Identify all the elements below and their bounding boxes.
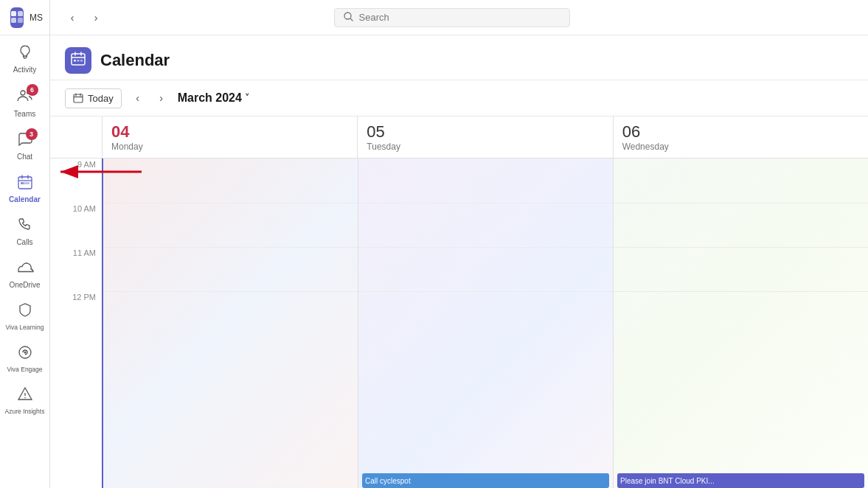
svg-rect-7 (21, 182, 24, 184)
viva-engage-label: Viva Engage (7, 366, 42, 373)
next-month-button[interactable]: › (151, 88, 172, 108)
sidebar-item-azure-insights[interactable]: Azure Insights (0, 380, 49, 421)
event-bnt-cloud[interactable]: Please join BNT Cloud PKI... (617, 473, 864, 488)
azure-insights-label: Azure Insights (5, 408, 45, 415)
topbar-nav: ‹ › (62, 7, 106, 28)
day-header-tuesday: 05 Tuesday (357, 116, 612, 158)
teams-icon: 6 (16, 87, 34, 108)
calendar-toolbar: Today ‹ › March 2024 ˅ (50, 80, 868, 116)
teams-badge: 6 (27, 84, 38, 96)
svg-rect-17 (72, 54, 85, 65)
month-label-text: March 2024 (178, 91, 242, 105)
day-num-06: 06 (622, 122, 859, 142)
calendar-header: Calendar (50, 35, 868, 80)
sidebar-item-chat[interactable]: 3 Chat (0, 125, 49, 167)
svg-rect-21 (74, 94, 83, 102)
svg-rect-19 (77, 60, 80, 62)
month-dropdown-chevron: ˅ (245, 93, 249, 103)
sidebar-item-calendar[interactable]: Calendar (0, 168, 49, 209)
time-slot-10am: 10 AM (50, 203, 102, 247)
day-name-monday: Monday (111, 142, 348, 152)
sidebar-item-calls[interactable]: Calls (0, 211, 49, 252)
day-headers: 04 Monday 05 Tuesday 06 Wednesday (50, 116, 868, 158)
sidebar: MS Activity 6 Te (0, 0, 50, 488)
activity-label: Activity (13, 66, 37, 74)
svg-rect-2 (11, 18, 16, 23)
sidebar-item-activity[interactable]: Activity (0, 38, 49, 80)
calendar-header-icon (71, 52, 86, 70)
day-name-tuesday: Tuesday (367, 142, 603, 152)
wednesday-bg-events (614, 158, 868, 488)
org-label: MS (29, 13, 43, 23)
back-button[interactable]: ‹ (62, 7, 83, 28)
time-slot-11am: 11 AM (50, 247, 102, 291)
time-slot-9am: 9 AM (50, 158, 102, 203)
hour-line-12-tue (358, 291, 613, 292)
day-col-monday[interactable] (102, 158, 358, 488)
topbar: ‹ › (50, 0, 868, 35)
teams-label: Teams (14, 110, 35, 118)
svg-point-4 (21, 91, 25, 95)
svg-point-14 (24, 397, 26, 399)
sidebar-header: MS (0, 0, 49, 35)
today-label: Today (88, 93, 114, 104)
calendar-nav-icon (17, 174, 33, 194)
azure-insights-icon (17, 386, 33, 406)
today-button[interactable]: Today (65, 88, 122, 108)
sidebar-item-viva-engage[interactable]: Viva Engage (0, 338, 49, 379)
hour-line-11 (103, 247, 358, 248)
viva-learning-label: Viva Learning (6, 324, 44, 331)
day-num-05: 05 (367, 122, 603, 142)
day-header-monday: 04 Monday (102, 116, 357, 158)
search-icon (344, 12, 353, 24)
svg-line-16 (350, 18, 353, 21)
viva-engage-icon (17, 344, 33, 364)
hour-line-10-wed (614, 203, 868, 203)
day-columns: Call cyclespot Please join BNT Cloud PKI… (102, 158, 868, 488)
day-col-tuesday[interactable]: Call cyclespot (358, 158, 613, 488)
day-col-wednesday[interactable]: Please join BNT Cloud PKI... (613, 158, 868, 488)
ms-logo (10, 7, 24, 28)
chat-label: Chat (17, 153, 32, 161)
hour-line-10-tue (358, 203, 613, 203)
svg-rect-8 (24, 182, 27, 184)
monday-bg-events (103, 158, 358, 488)
sidebar-item-viva-learning[interactable]: Viva Learning (0, 296, 49, 337)
sidebar-nav: Activity 6 Teams 3 Ch (0, 35, 49, 421)
chat-badge: 3 (26, 128, 38, 140)
month-label[interactable]: March 2024 ˅ (178, 91, 249, 105)
search-input[interactable] (359, 12, 560, 23)
hour-line-10 (103, 203, 358, 203)
day-name-wednesday: Wednesday (622, 142, 859, 152)
onedrive-icon (16, 259, 34, 279)
time-slot-12pm: 12 PM (50, 291, 102, 335)
svg-rect-3 (18, 18, 23, 23)
calendar-nav-label: Calendar (9, 195, 41, 203)
viva-learning-icon (17, 302, 33, 322)
page-title: Calendar (100, 51, 170, 70)
forward-button[interactable]: › (86, 7, 106, 28)
svg-rect-1 (18, 11, 23, 16)
tuesday-bg-events (358, 158, 613, 488)
hour-line-11-wed (614, 247, 868, 248)
activity-icon (17, 44, 33, 64)
onedrive-label: OneDrive (9, 281, 40, 289)
hour-line-12 (103, 291, 358, 292)
event-call-cyclespot[interactable]: Call cyclespot (362, 473, 609, 488)
month-nav: ‹ › (128, 88, 172, 108)
calendar-icon-box (65, 47, 91, 74)
time-gutter-header (50, 116, 102, 158)
ms-logo-text (10, 10, 24, 25)
calendar-grid: 04 Monday 05 Tuesday 06 Wednesday 9 AM 1… (50, 116, 868, 488)
day-header-wednesday: 06 Wednesday (613, 116, 868, 158)
sidebar-item-onedrive[interactable]: OneDrive (0, 254, 49, 295)
hour-line-12-wed (614, 291, 868, 292)
today-icon (73, 93, 83, 103)
time-column: 9 AM 10 AM 11 AM 12 PM (50, 158, 102, 488)
search-box[interactable] (334, 8, 570, 27)
svg-point-11 (24, 352, 26, 354)
prev-month-button[interactable]: ‹ (128, 88, 148, 108)
svg-rect-18 (74, 60, 76, 62)
sidebar-item-teams[interactable]: 6 Teams (0, 81, 49, 124)
calendar-body: 9 AM 10 AM 11 AM 12 PM (50, 158, 868, 488)
